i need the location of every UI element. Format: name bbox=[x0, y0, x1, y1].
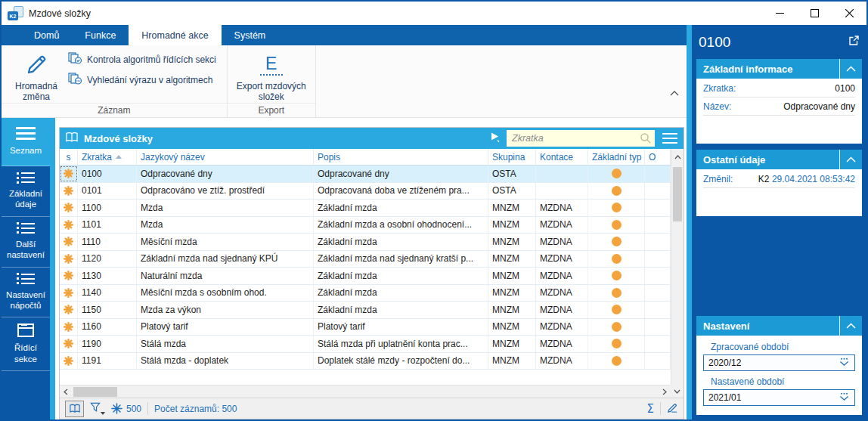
run-filter-icon[interactable] bbox=[490, 132, 501, 145]
scroll-left-button[interactable] bbox=[60, 388, 72, 395]
table-body: 0100 Odpracované dny Odpracované dny OST… bbox=[60, 166, 671, 385]
table-row[interactable]: 1190 Stálá mzda Stálá mzda při uplatnění… bbox=[60, 336, 671, 353]
cell-zakladni-typ bbox=[588, 166, 645, 182]
table-status-bar: 500 Počet záznamů: 500 Σ bbox=[60, 398, 684, 419]
cell-o bbox=[645, 319, 671, 336]
cell-skupina: MNZM bbox=[488, 319, 536, 336]
detail-panel-splitter[interactable] bbox=[687, 25, 692, 419]
processed-period-value: 2020/12 bbox=[708, 358, 839, 368]
asterisk-icon bbox=[64, 322, 73, 332]
horizontal-scrollbar[interactable] bbox=[60, 385, 671, 398]
check-algorithms-button[interactable]: Kontrola algoritmů řídících sekci bbox=[68, 52, 216, 67]
sidebar-item-label: Základní údaje bbox=[3, 188, 48, 210]
column-header-skupina[interactable]: Skupina bbox=[488, 149, 536, 165]
table-row[interactable]: 1140 Měsíční mzda s osobním ohod. Základ… bbox=[60, 285, 671, 302]
sidebar-splitter[interactable] bbox=[50, 118, 55, 419]
chevron-down-icon bbox=[674, 389, 680, 394]
sidebar-item-dalsi-nastaveni[interactable]: Další nastavení bbox=[2, 217, 50, 268]
bulk-change-button[interactable]: Hromadná změna bbox=[9, 49, 64, 103]
column-header-o[interactable]: O bbox=[645, 149, 671, 165]
table-row[interactable]: 1110 Měsíční mzda Základní mzda MNZM MZD… bbox=[60, 234, 671, 251]
sidebar-item-zakladni-udaje[interactable]: Základní údaje bbox=[2, 166, 50, 217]
table-row[interactable]: 1100 Mzda Základní mzda MNZM MZDNA bbox=[60, 200, 671, 217]
table-row[interactable]: 1130 Naturální mzda Základní mzda MNZM M… bbox=[60, 268, 671, 285]
table-title: Mzdové složky bbox=[84, 133, 153, 144]
column-header-s[interactable]: s bbox=[60, 149, 78, 165]
search-input[interactable] bbox=[507, 130, 655, 147]
list-icon bbox=[17, 274, 35, 284]
cell-zakladni-typ bbox=[588, 319, 645, 336]
cell-zakladni-typ bbox=[588, 217, 645, 234]
asterisk-icon bbox=[64, 356, 73, 366]
cell-popis: Stálá mzda při uplatnění konta prac... bbox=[314, 336, 488, 352]
table-row[interactable]: 1120 Základní mzda nad sjednaný KPÚ Zákl… bbox=[60, 251, 671, 268]
vertical-scrollbar[interactable] bbox=[671, 166, 684, 385]
column-header-zkratka[interactable]: Zkratka bbox=[78, 149, 137, 165]
collapse-card-button[interactable] bbox=[839, 316, 862, 336]
table-row[interactable]: 0101 Odpracováno ve ztíž. prostředí Odpr… bbox=[60, 183, 671, 200]
cell-zakladni-typ bbox=[588, 251, 645, 268]
edit-button[interactable] bbox=[667, 402, 678, 416]
minimize-button[interactable] bbox=[762, 2, 797, 25]
row-status-cell bbox=[60, 319, 78, 336]
filter-button[interactable] bbox=[90, 402, 105, 415]
table-row[interactable]: 0100 Odpracované dny Odpracované dny OST… bbox=[60, 166, 671, 183]
scroll-down-button[interactable] bbox=[671, 385, 684, 398]
column-header-zakladni-typ[interactable]: Základní typ bbox=[588, 149, 645, 165]
period-dropdown-icon[interactable] bbox=[839, 392, 850, 404]
sum-button[interactable]: Σ bbox=[647, 402, 654, 416]
cell-jazykovy-nazev: Mzda bbox=[137, 217, 314, 234]
table-row[interactable]: 1160 Platový tarif Platový tarif MNZM MZ… bbox=[60, 319, 671, 336]
tab-domu[interactable]: Domů bbox=[21, 25, 72, 45]
row-status-cell bbox=[60, 200, 78, 216]
close-button[interactable] bbox=[832, 2, 866, 25]
cell-o bbox=[645, 302, 671, 318]
base-type-dot-icon bbox=[612, 339, 622, 348]
collapse-card-button[interactable] bbox=[839, 150, 862, 169]
column-header-jazykovy-nazev[interactable]: Jazykový název bbox=[137, 149, 314, 165]
row-status-cell bbox=[60, 353, 78, 370]
record-limit-button[interactable]: 500 bbox=[111, 403, 141, 414]
cell-kontace: MZDNA bbox=[536, 234, 588, 250]
cell-kontace: MZDNA bbox=[536, 336, 588, 352]
chevron-up-icon bbox=[670, 91, 679, 96]
horizontal-scrollbar-thumb[interactable] bbox=[73, 387, 117, 397]
cell-popis: Odpracované dny bbox=[314, 166, 488, 182]
period-dropdown-icon[interactable] bbox=[839, 358, 850, 369]
sidebar-item-seznam[interactable]: Seznam bbox=[2, 118, 50, 166]
sidebar-item-ridici-sekce[interactable]: Řídící sekce bbox=[2, 317, 50, 371]
documents-dots-icon bbox=[68, 73, 82, 87]
maximize-button[interactable] bbox=[797, 2, 832, 25]
table-row[interactable]: 1150 Mzda za výkon Základní mzda MNZM MZ… bbox=[60, 302, 671, 319]
tab-funkce[interactable]: Funkce bbox=[72, 25, 129, 45]
table-menu-icon[interactable] bbox=[660, 133, 680, 144]
base-type-dot-icon bbox=[612, 356, 622, 366]
find-expression-button[interactable]: Vyhledání výrazu v algoritmech bbox=[68, 73, 216, 87]
export-wage-components-button[interactable]: E Export mzdových složek bbox=[235, 49, 308, 103]
vertical-scrollbar-thumb[interactable] bbox=[673, 167, 682, 221]
column-header-kontace[interactable]: Kontace bbox=[536, 149, 588, 165]
scroll-right-button[interactable] bbox=[659, 388, 671, 395]
search-icon[interactable] bbox=[640, 132, 652, 147]
asterisk-icon bbox=[64, 339, 73, 348]
export-label-line1: Export mzdových bbox=[237, 81, 306, 91]
table-row[interactable]: 1191 Stálá mzda - doplatek Doplatek stál… bbox=[60, 353, 671, 370]
chevron-up-icon bbox=[846, 66, 856, 72]
asterisk-icon bbox=[64, 254, 73, 264]
set-period-field[interactable]: 2021/01 bbox=[703, 389, 855, 406]
book-icon bbox=[69, 404, 81, 413]
cell-o bbox=[645, 251, 671, 268]
row-status-cell bbox=[60, 166, 78, 182]
processed-period-field[interactable]: 2020/12 bbox=[703, 354, 855, 371]
tab-hromadne-akce[interactable]: Hromadné akce bbox=[129, 25, 221, 45]
column-header-popis[interactable]: Popis bbox=[314, 149, 488, 165]
ribbon-collapse-button[interactable] bbox=[670, 85, 679, 99]
sidebar-item-nastaveni-napoctu[interactable]: Nastavení nápočtů bbox=[2, 268, 50, 318]
open-external-button[interactable] bbox=[848, 35, 860, 50]
table-row[interactable]: 1101 Mzda Základní mzda a osobní ohodnoc… bbox=[60, 217, 671, 234]
scroll-up-button[interactable] bbox=[671, 149, 684, 166]
collapse-card-button[interactable] bbox=[839, 59, 862, 79]
book-view-button[interactable] bbox=[65, 401, 84, 417]
tab-system[interactable]: Systém bbox=[222, 25, 279, 45]
cell-popis: Základní mzda bbox=[314, 268, 488, 284]
